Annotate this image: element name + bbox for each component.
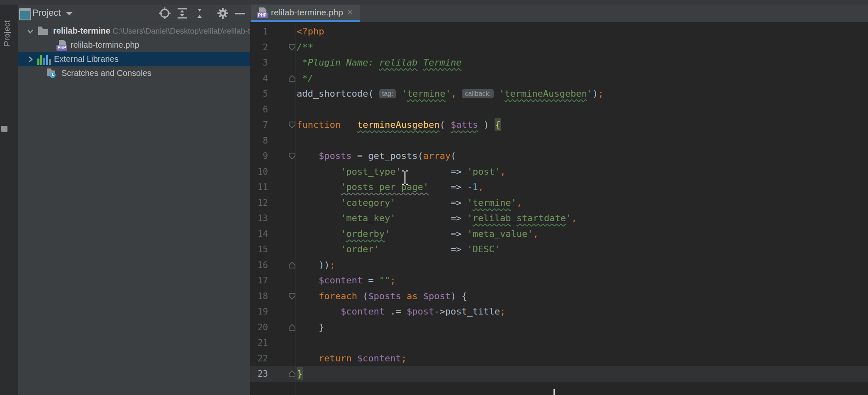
line-number[interactable]: 9 (227, 148, 268, 164)
line-number[interactable]: 19 (227, 304, 268, 319)
fold-scope-line (292, 50, 292, 75)
collapse-all-icon[interactable] (193, 7, 206, 20)
line-number[interactable]: 17 (227, 273, 268, 288)
code-token (395, 213, 450, 223)
project-stripe-button[interactable]: Project (2, 10, 13, 56)
code-line-13[interactable]: 'meta_key' => 'relilab_startdate', (297, 210, 577, 226)
code-token: foreach (319, 291, 357, 301)
chevron-right-icon[interactable] (27, 56, 34, 65)
line-number[interactable]: 15 (227, 241, 268, 257)
line-number[interactable]: 11 (227, 179, 268, 195)
code-token (297, 322, 319, 332)
line-number[interactable]: 7 (227, 117, 268, 133)
toolbar-separator (211, 8, 211, 19)
line-number[interactable]: 16 (227, 257, 268, 273)
code-token: ' (467, 198, 473, 208)
line-number[interactable]: 5 (227, 86, 268, 102)
fold-start-icon[interactable] (289, 153, 295, 159)
fold-start-icon[interactable] (289, 44, 295, 51)
code-token: termineAusgeben (505, 88, 587, 99)
code-line-12[interactable]: 'category' => 'termine', (297, 195, 522, 211)
code-token: => (451, 244, 467, 254)
line-number[interactable]: 12 (227, 195, 268, 211)
line-number[interactable]: 6 (227, 102, 268, 117)
tree-item-label: relilab-termine C:\Users\Daniel\Desktop\… (53, 26, 250, 36)
code-token: orderby (346, 229, 385, 239)
code-editor[interactable]: 1<?php2/**3 *Plugin Name: relilab Termin… (250, 22, 868, 395)
code-line-4[interactable]: */ (297, 71, 313, 86)
tab-relilab-termine[interactable]: PHP relilab-termine.php × (251, 5, 360, 22)
code-line-1[interactable]: <?php (297, 24, 324, 39)
fold-end-icon[interactable] (289, 262, 295, 268)
fold-end-icon[interactable] (289, 75, 295, 82)
chevron-down-icon[interactable] (27, 27, 34, 37)
line-number[interactable]: 21 (227, 335, 268, 351)
fold-start-icon[interactable] (289, 293, 295, 300)
php-file-icon: PHP (56, 39, 71, 51)
fold-scope-line (292, 128, 292, 371)
code-line-19[interactable]: $content .= $post->post_title; (297, 304, 505, 319)
tree-item-label: relilab-termine.php (71, 40, 139, 50)
settings-gear-icon[interactable] (217, 7, 229, 20)
code-line-5[interactable]: add_shortcode( tag: 'termine', callback:… (297, 86, 604, 102)
project-panel-title[interactable]: Project (32, 7, 61, 18)
line-number[interactable]: 1 (227, 24, 268, 39)
code-token: ' (467, 213, 473, 223)
fold-end-icon[interactable] (289, 324, 295, 331)
fold-start-icon[interactable] (289, 122, 295, 128)
line-number[interactable]: 23 (227, 366, 268, 382)
code-line-15[interactable]: 'order' => 'DESC' (297, 241, 500, 257)
code-line-3[interactable]: *Plugin Name: relilab Termine (297, 55, 461, 71)
code-token: , (571, 213, 577, 223)
close-icon[interactable]: × (347, 7, 353, 18)
parameter-hint: tag: (379, 89, 396, 98)
code-line-7[interactable]: function termineAusgeben( $atts ) { (297, 117, 501, 133)
code-line-16[interactable]: )); (297, 257, 335, 273)
line-number[interactable]: 2 (227, 39, 268, 55)
line-number[interactable]: 3 (227, 55, 268, 71)
line-number[interactable]: 4 (227, 71, 268, 86)
code-token: )) (319, 260, 330, 270)
tree-item-scratches-and-consoles[interactable]: Scratches and Consoles (18, 66, 250, 80)
line-number[interactable]: 18 (227, 288, 268, 304)
chevron-down-icon[interactable] (65, 10, 74, 17)
code-token: $content (357, 353, 401, 363)
tree-item-external-libraries[interactable]: External Libraries (18, 52, 250, 66)
text-caret (553, 389, 555, 395)
php-file-icon: PHP (257, 7, 268, 19)
tool-window-square-icon[interactable] (1, 126, 7, 132)
code-token: post_title (445, 306, 500, 317)
code-token (297, 229, 341, 239)
fold-end-icon[interactable] (289, 371, 295, 377)
line-number[interactable]: 13 (227, 210, 268, 226)
line-number[interactable]: 20 (227, 319, 268, 335)
code-line-23[interactable]: } (297, 366, 303, 382)
code-line-9[interactable]: $posts = get_posts(array( (297, 148, 456, 164)
code-token: ( (451, 151, 456, 161)
line-number[interactable]: 22 (227, 351, 268, 366)
line-number[interactable]: 8 (227, 133, 268, 149)
code-token: _ (511, 213, 517, 223)
code-line-18[interactable]: foreach ($posts as $post) { (297, 288, 467, 304)
code-token (417, 291, 423, 301)
project-tree: relilab-termine C:\Users\Daniel\Desktop\… (18, 24, 250, 393)
project-panel-header: Project (18, 5, 250, 22)
select-opened-file-icon[interactable] (158, 7, 171, 20)
tree-item-relilab-termine-php[interactable]: PHPrelilab-termine.php (18, 38, 250, 52)
code-line-22[interactable]: return $content; (297, 351, 407, 366)
line-number[interactable]: 14 (227, 226, 268, 242)
code-token: ; (390, 275, 395, 285)
code-token: ; (329, 260, 335, 270)
code-line-17[interactable]: $content = ""; (297, 273, 395, 288)
hide-panel-minus-icon[interactable] (235, 10, 247, 22)
code-line-20[interactable]: } (297, 319, 324, 335)
code-line-11[interactable]: 'posts_per_page' => -1, (297, 179, 483, 195)
code-line-2[interactable]: /** (297, 39, 313, 55)
tree-item-relilab-termine[interactable]: relilab-termine C:\Users\Daniel\Desktop\… (18, 24, 250, 38)
code-line-14[interactable]: 'orderby' => 'meta_value', (297, 226, 539, 242)
expand-all-icon[interactable] (176, 7, 188, 20)
mouse-ibeam-cursor (400, 169, 410, 186)
line-number[interactable]: 10 (227, 164, 268, 180)
code-token: ' (511, 198, 517, 208)
code-token: relilab (473, 213, 511, 223)
